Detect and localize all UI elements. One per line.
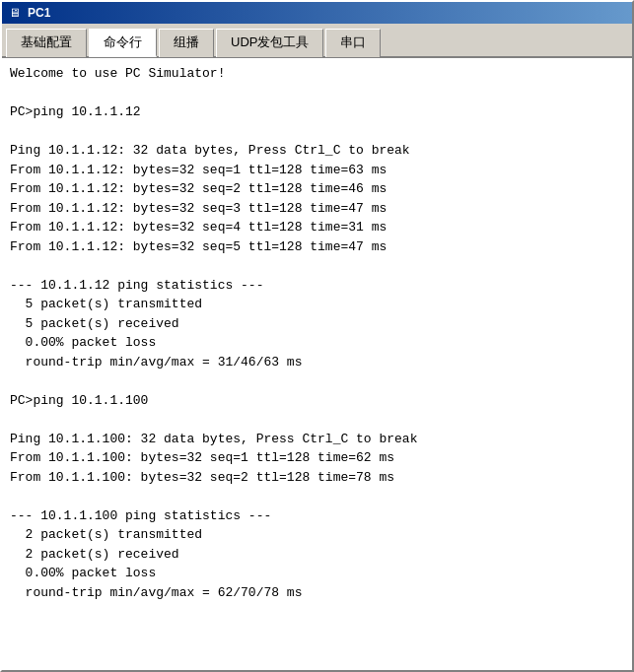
- terminal-output: Welcome to use PC Simulator! PC>ping 10.…: [10, 64, 624, 602]
- window-icon: 🖥: [8, 6, 22, 20]
- main-window: 🖥 PC1 基础配置 命令行 组播 UDP发包工具 串口 Welcome to …: [0, 0, 634, 672]
- tab-udp[interactable]: UDP发包工具: [216, 29, 323, 57]
- tab-bar: 基础配置 命令行 组播 UDP发包工具 串口: [2, 24, 632, 58]
- tab-cmd[interactable]: 命令行: [89, 29, 157, 57]
- window-title: PC1: [28, 6, 626, 20]
- title-bar: 🖥 PC1: [2, 2, 632, 24]
- tab-serial[interactable]: 串口: [325, 29, 381, 57]
- tab-basic[interactable]: 基础配置: [6, 29, 87, 57]
- terminal-area[interactable]: Welcome to use PC Simulator! PC>ping 10.…: [2, 58, 632, 670]
- tab-multicast[interactable]: 组播: [159, 29, 214, 57]
